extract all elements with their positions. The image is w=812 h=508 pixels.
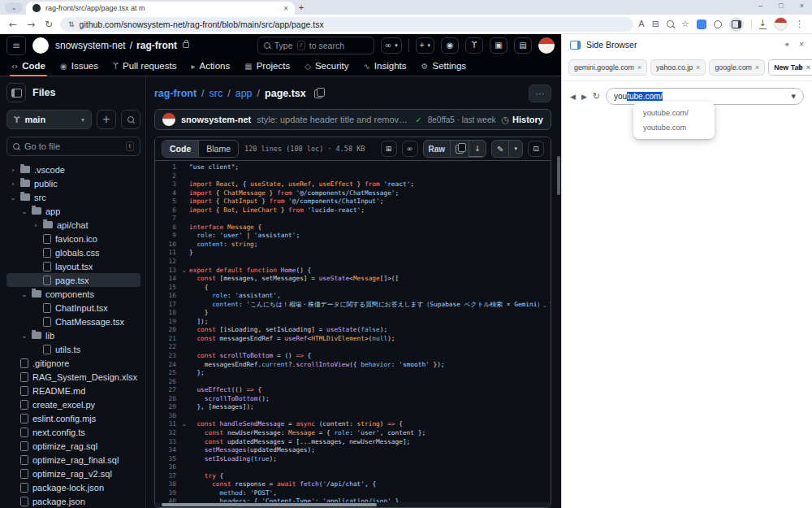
download-icon[interactable]: ↓ [759,19,767,29]
profile-avatar[interactable] [774,17,788,31]
line-number[interactable]: 12 [155,258,179,267]
tree-item-layout.tsx[interactable]: layout.tsx [6,259,140,273]
fold-toggle-icon[interactable]: ⌄ [179,267,189,276]
tree-item-app[interactable]: ⌄app [6,204,140,218]
line-number[interactable]: 15 [155,284,179,293]
tree-item-utils.ts[interactable]: utils.ts [6,342,140,356]
line-number[interactable]: 38 [155,480,179,489]
collapse-sidebar-button[interactable] [6,83,26,102]
line-number[interactable]: 35 [155,455,179,464]
tree-item-globals.css[interactable]: globals.css [6,245,140,259]
gh-nav-code[interactable]: ‹›Code [5,56,52,76]
tree-item-eslint.config.mjs[interactable]: eslint.config.mjs [6,411,140,425]
page-scrollbar-thumb[interactable] [557,156,560,195]
line-number[interactable]: 4 [155,189,179,198]
history-button[interactable]: ◷ History [501,115,543,125]
forward-icon[interactable]: → [24,19,37,30]
line-number[interactable]: 2 [155,172,179,181]
line-number[interactable]: 29 [155,403,179,412]
line-number[interactable]: 21 [155,335,179,344]
line-number[interactable]: 39 [155,489,179,498]
breadcrumb-repo-link[interactable]: rag-front [154,88,197,99]
edit-caret-icon[interactable]: ▾ [508,141,522,157]
copilot-caret-icon[interactable]: ▾ [395,42,398,49]
tree-item-lib[interactable]: ⌄lib [6,328,140,342]
tab-close-icon[interactable]: × [696,63,700,72]
copilot-code-icon[interactable]: ∞ [402,141,418,157]
horizontal-scrollbar[interactable] [155,502,551,507]
url-dropdown-icon[interactable]: ▼ [792,93,796,100]
tree-item-api/chat[interactable]: ›api/chat [6,218,140,232]
tree-item-next.config.ts[interactable]: next.config.ts [6,425,140,439]
line-number[interactable]: 14 [155,275,179,284]
line-number[interactable]: 16 [155,292,179,301]
line-number[interactable]: 13 [155,267,179,276]
branch-selector[interactable]: ϒ main ▾ [6,110,92,129]
maximize-icon[interactable]: □ [779,2,783,10]
tree-item-public[interactable]: ›public [6,176,140,190]
gh-nav-issues[interactable]: ◉Issues [54,56,105,76]
github-logo-icon[interactable] [32,37,49,54]
line-number[interactable]: 36 [155,463,179,472]
zoom-search-icon[interactable] [667,20,674,28]
line-number[interactable]: 33 [155,438,179,447]
side-tab-google.com[interactable]: google.com× [709,59,765,76]
side-tab-gemini.google.com[interactable]: gemini.google.com× [568,59,647,76]
h-scroll-thumb[interactable] [162,503,377,506]
side-forward-icon[interactable]: ▶ [581,93,587,101]
tree-item-optimize_rag_final.sql[interactable]: optimize_rag_final.sql [6,453,140,467]
code-tab[interactable]: Code [162,141,198,157]
tab-close-icon[interactable]: × [283,4,288,13]
side-reload-icon[interactable]: ↻ [593,91,600,102]
bookmark-star-icon[interactable]: ☆ [681,20,689,28]
site-info-icon[interactable]: ⇅ [68,20,75,28]
global-search-input[interactable]: Type / to search [257,37,374,54]
repo-link[interactable]: rag-front [136,40,177,51]
issues-button[interactable]: ◉ [441,37,459,54]
code-viewport[interactable]: 1"use client";23import React, { useState… [155,161,551,502]
tree-item-ChatMessage.tsx[interactable]: ChatMessage.tsx [6,315,140,328]
browser-tab[interactable]: rag-front/src/app/page.tsx at m × [26,2,295,15]
go-to-file-input[interactable]: Go to file t [6,137,140,156]
pin-icon[interactable]: ⌖ [785,40,790,50]
line-number[interactable]: 27 [155,386,179,395]
line-number[interactable]: 26 [155,378,179,387]
line-number[interactable]: 10 [155,241,179,250]
line-number[interactable]: 31 [155,420,179,429]
tree-item-.vscode[interactable]: ›.vscode [6,163,140,176]
breadcrumb-src-link[interactable]: src [209,88,223,99]
gh-nav-actions[interactable]: ▸Actions [184,56,236,76]
line-number[interactable]: 3 [155,180,179,189]
line-number[interactable]: 25 [155,369,179,378]
tree-item-.gitignore[interactable]: .gitignore [6,356,140,370]
tree-item-page.tsx[interactable]: page.tsx [6,273,140,287]
menu-kebab-icon[interactable]: ⋮ [795,20,804,28]
copilot-button[interactable]: ∞ ▾ [381,37,402,54]
line-number[interactable]: 7 [155,215,179,224]
tree-item-package.json[interactable]: package.json [6,494,140,508]
tree-item-ChatInput.tsx[interactable]: ChatInput.tsx [6,301,140,315]
tree-item-README.md[interactable]: README.md [6,384,140,397]
copy-path-icon[interactable] [314,89,322,98]
tree-item-src[interactable]: ⌄src [6,190,140,204]
line-number[interactable]: 1 [155,163,179,172]
codespaces-button[interactable]: ▣ [490,37,508,54]
download-raw-icon[interactable]: ↓ [469,141,486,157]
raw-button[interactable]: Raw [424,141,451,157]
gh-nav-pull-requests[interactable]: ϒPull requests [106,56,183,76]
line-number[interactable]: 32 [155,429,179,438]
address-bar[interactable]: ⇅ github.com/snowsystem-net/rag-front/bl… [60,17,633,32]
line-number[interactable]: 34 [155,446,179,455]
side-browser-extension-icon[interactable] [697,20,706,29]
line-number[interactable]: 24 [155,361,179,370]
line-number[interactable]: 11 [155,249,179,258]
tree-item-create_excel.py[interactable]: create_excel.py [6,397,140,411]
notifications-inbox-button[interactable]: ▤ [514,37,532,54]
extension-icon[interactable] [714,20,722,28]
fold-toggle-icon[interactable]: ⌄ [179,420,189,429]
line-number[interactable]: 23 [155,352,179,361]
send-to-devices-icon[interactable]: ⊟ [652,20,659,28]
line-number[interactable]: 19 [155,318,179,327]
line-number[interactable]: 28 [155,395,179,404]
tree-item-optimize_rag.sql[interactable]: optimize_rag.sql [6,439,140,453]
